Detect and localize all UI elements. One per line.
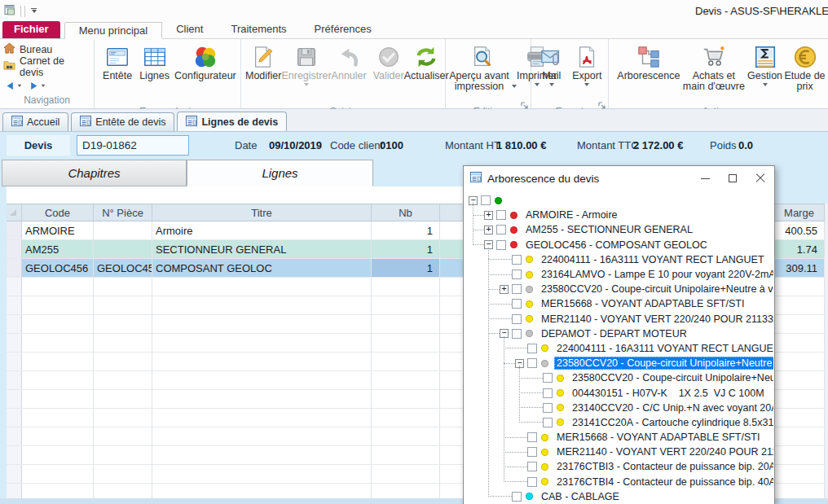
grid-cell[interactable] [7,221,22,239]
grid-cell[interactable] [372,315,440,333]
annuler-button[interactable]: Annuler [332,41,367,106]
tree-node-label[interactable]: 224004111 - 16A3111 VOYANT RECT LANGUET [539,253,767,266]
maximize-button[interactable] [719,167,747,190]
grid-cell[interactable]: COMPOSANT GEOLOC [152,259,372,277]
tree-checkbox[interactable] [512,314,522,324]
nav-back-icon[interactable] [6,79,15,94]
tree-checkbox[interactable] [527,358,537,368]
grid-cell[interactable] [774,427,825,445]
grid-cell[interactable] [94,371,152,389]
tree-node[interactable]: 23141CC20A - Cartouche cylindrique 8.5x3… [465,415,773,430]
grid-cell[interactable] [152,334,372,352]
grid-cell[interactable] [94,334,152,352]
column-header[interactable]: Nb [372,204,440,221]
achats-button[interactable]: Achats et main d'œuvre [682,41,746,106]
tree-checkbox[interactable] [543,418,553,427]
tree-checkbox[interactable] [512,299,522,309]
grid-cell[interactable] [94,390,152,408]
tree-node[interactable]: MER15668 - VOYANT ADAPTABLE SFT/STI [465,430,773,445]
tab-fichier[interactable]: Fichier [2,21,60,38]
tree-checkbox[interactable] [527,432,537,442]
grid-cell[interactable] [152,371,372,389]
arborescence-button[interactable]: Arborescence [615,41,682,106]
grid-cell[interactable] [372,334,440,352]
tree-node-label[interactable]: 23176CTBI3 - Contacteur de puissance bip… [554,460,773,473]
grid-cell[interactable] [372,446,440,464]
grid-cell[interactable]: 1 [372,240,440,258]
grid-cell[interactable]: 1 [372,221,440,239]
grid-cell[interactable] [774,296,825,314]
lignes-button[interactable]: Lignes [136,41,173,106]
tree-node[interactable]: 23580CCV20 - Coupe-circuit Unipolaire+Ne… [465,370,773,385]
tree-checkbox[interactable] [512,284,522,294]
tree-node[interactable]: 004430151 - H07V-K 1X 2.5 VJ C 100M [465,385,773,400]
tree-checkbox[interactable] [543,373,553,383]
grid-cell[interactable] [22,353,94,370]
tree-node-label[interactable]: 23580CCV20 - Coupe-circuit Unipolaire+Ne… [539,283,773,296]
grid-cell[interactable] [152,296,372,314]
tree-checkbox[interactable] [512,255,522,265]
grid-cell[interactable]: GEOLOC456 [22,259,94,277]
grid-cell[interactable] [774,278,825,296]
tree-checkbox[interactable] [496,240,506,250]
tree-node-label[interactable]: 224004111 - 16A3111 VOYANT RECT LANGUET [554,342,773,355]
grid-cell[interactable] [94,427,152,445]
grid-cell[interactable] [152,446,372,464]
tree-node[interactable]: +23580CCV20 - Coupe-circuit Unipolaire+N… [465,282,773,296]
grid-cell[interactable] [152,465,372,483]
grid-cell[interactable]: 309.11 [774,259,825,277]
grid-cell[interactable] [774,446,825,464]
grid-cell[interactable]: 1 [372,259,440,277]
column-header[interactable]: N° Pièce [94,204,152,221]
tree-node[interactable]: 224004111 - 16A3111 VOYANT RECT LANGUET [465,252,773,267]
tab-client[interactable]: Client [162,21,217,38]
tree-node-label[interactable]: MER15668 - VOYANT ADAPTABLE SFT/STI [539,297,747,310]
tab-preferences[interactable]: Préférences [301,21,385,38]
grid-cell[interactable] [7,315,22,333]
grid-cell[interactable] [94,296,152,314]
tree-checkbox[interactable] [512,270,522,279]
tree-node-label[interactable]: MER15668 - VOYANT ADAPTABLE SFT/STI [554,431,762,444]
expand-icon[interactable]: + [500,285,509,294]
modifier-button[interactable]: Modifier [245,41,281,106]
tree-node[interactable]: MER21140 - VOYANT VERT 220/240 POUR 2113… [465,312,773,327]
tab-menu-principal[interactable]: Menu principal [64,22,163,39]
grid-cell[interactable] [22,465,94,483]
grid-cell[interactable] [94,221,152,239]
nav-forward-dropdown-icon[interactable] [42,84,46,89]
apercu-avant-impression-button[interactable]: Aperçu avant impression [447,41,517,106]
grid-cell[interactable] [372,427,440,445]
tree-checkbox[interactable] [527,344,537,353]
grid-cell[interactable] [152,409,372,427]
tree-node[interactable]: −23580CCV20 - Coupe-circuit Unipolaire+N… [465,356,773,370]
tree-node-label[interactable]: ARMOIRE - Armoire [523,208,620,221]
grid-cell[interactable] [7,465,22,483]
grid-cell[interactable] [22,371,94,389]
grid-cell[interactable] [94,315,152,333]
tree-node-label[interactable]: GEOLOC456 - COMPOSANT GEOLOC [523,239,710,252]
subtab-lignes[interactable]: Lignes [187,160,373,186]
tree-checkbox[interactable] [543,388,553,398]
tree-node[interactable]: +ARMOIRE - Armoire [465,208,773,222]
tree-node-label[interactable]: MER21140 - VOYANT VERT 220/240 POUR 2113… [554,445,773,458]
grid-cell[interactable] [22,446,94,464]
grid-cell[interactable]: AM255 [22,240,94,258]
subtab-chapitres[interactable]: Chapitres [2,160,187,186]
doc-tab-entete-de-devis[interactable]: Entête de devis [71,112,174,131]
doc-tab-accueil[interactable]: Accueil [2,112,68,131]
column-header[interactable]: Code [22,204,94,221]
etude-de-prix-button[interactable]: Etude de prix [784,41,826,106]
tree-node[interactable]: +AM255 - SECTIONNEUR GENERAL [465,222,773,237]
tree-node[interactable]: − [465,193,773,208]
grid-cell[interactable] [152,353,372,370]
grid-cell[interactable] [7,353,22,370]
tab-traitements[interactable]: Traitements [217,21,300,38]
actualiser-button[interactable]: Actualiser [404,41,449,106]
tree-node-label[interactable]: CAB - CABLAGE [539,490,622,503]
tree-node[interactable]: 23164LAMVO - Lampe E 10 pour voyant 220V… [465,267,773,282]
tree-checkbox[interactable] [512,492,522,502]
tree-checkbox[interactable] [512,329,522,339]
export-dialog-launcher-icon[interactable] [598,99,606,107]
tree-node-label[interactable]: DEPAMOT - DEPART MOTEUR [539,327,689,340]
expand-icon[interactable]: + [484,211,493,220]
